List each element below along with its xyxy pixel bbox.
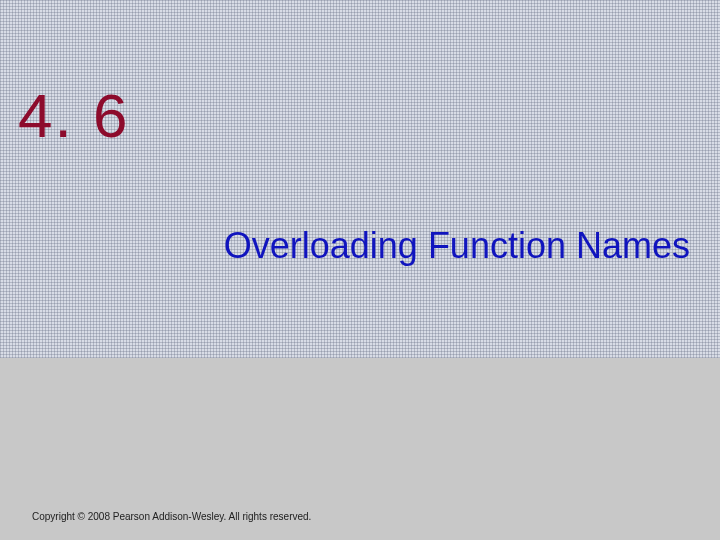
copyright-text: Copyright © 2008 Pearson Addison-Wesley.… [32,511,311,522]
section-number: 4. 6 [18,80,129,151]
section-title: Overloading Function Names [224,225,690,267]
textured-background [0,0,720,358]
